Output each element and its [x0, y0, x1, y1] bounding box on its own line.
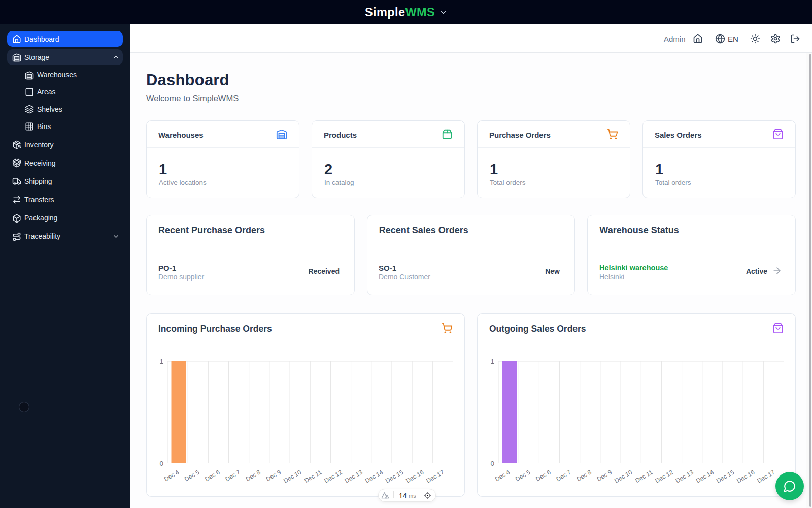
svg-text:Dec 5: Dec 5 [183, 468, 200, 483]
svg-text:Dec 17: Dec 17 [756, 468, 776, 484]
svg-text:Dec 7: Dec 7 [224, 468, 241, 483]
svg-text:Dec 8: Dec 8 [245, 468, 262, 483]
svg-text:Dec 10: Dec 10 [282, 468, 302, 484]
svg-text:Dec 15: Dec 15 [384, 468, 404, 484]
svg-text:Dec 4: Dec 4 [163, 468, 180, 483]
svg-text:Dec 9: Dec 9 [596, 468, 613, 483]
svg-text:Dec 7: Dec 7 [555, 468, 572, 483]
svg-text:Dec 4: Dec 4 [494, 468, 511, 483]
svg-text:Dec 17: Dec 17 [425, 468, 445, 484]
svg-text:Dec 9: Dec 9 [265, 468, 282, 483]
svg-text:Dec 12: Dec 12 [323, 468, 344, 484]
svg-text:Dec 16: Dec 16 [404, 468, 425, 484]
svg-text:0: 0 [159, 460, 163, 467]
svg-text:Dec 6: Dec 6 [534, 468, 552, 483]
svg-text:Dec 12: Dec 12 [654, 468, 674, 484]
svg-text:Dec 15: Dec 15 [715, 468, 735, 484]
svg-text:Dec 10: Dec 10 [613, 468, 633, 484]
svg-text:Dec 6: Dec 6 [204, 468, 221, 483]
svg-text:Dec 16: Dec 16 [735, 468, 756, 484]
svg-text:1: 1 [490, 358, 494, 365]
svg-text:Dec 14: Dec 14 [695, 468, 715, 484]
svg-text:1: 1 [159, 358, 163, 365]
svg-text:Dec 11: Dec 11 [303, 468, 323, 484]
svg-text:Dec 13: Dec 13 [344, 468, 364, 484]
svg-text:Dec 5: Dec 5 [514, 468, 531, 483]
svg-text:Dec 13: Dec 13 [674, 468, 695, 484]
svg-text:0: 0 [490, 460, 494, 467]
svg-text:Dec 11: Dec 11 [634, 468, 654, 484]
svg-text:Dec 14: Dec 14 [364, 468, 384, 484]
svg-text:Dec 8: Dec 8 [576, 468, 593, 483]
